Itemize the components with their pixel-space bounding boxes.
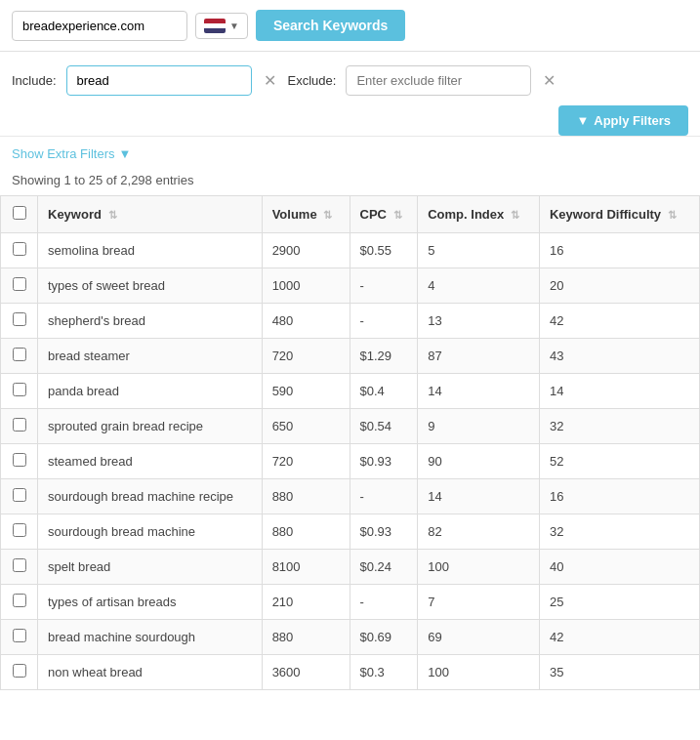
row-comp: 5 xyxy=(418,233,540,268)
row-checkbox-cell[interactable] xyxy=(1,268,38,304)
row-comp: 82 xyxy=(418,514,540,550)
row-keyword: non wheat bread xyxy=(38,655,263,690)
row-cpc: - xyxy=(350,479,418,514)
row-keyword: sourdough bread machine xyxy=(38,514,263,550)
exclude-clear-button[interactable]: ✕ xyxy=(541,71,557,90)
row-volume: 2900 xyxy=(262,233,350,268)
row-checkbox[interactable] xyxy=(13,383,26,396)
row-checkbox[interactable] xyxy=(13,277,26,291)
row-kd: 52 xyxy=(539,444,699,479)
row-checkbox[interactable] xyxy=(13,418,26,432)
row-checkbox[interactable] xyxy=(13,594,26,607)
row-cpc: $0.54 xyxy=(350,409,418,444)
row-keyword: bread machine sourdough xyxy=(38,620,263,655)
row-volume: 720 xyxy=(262,444,350,479)
row-checkbox[interactable] xyxy=(13,488,26,502)
show-extra-filters-link[interactable]: Show Extra Filters ▼ xyxy=(12,146,131,161)
row-cpc: $1.29 xyxy=(350,339,418,374)
row-checkbox[interactable] xyxy=(13,558,26,572)
row-volume: 1000 xyxy=(262,268,350,304)
row-checkbox[interactable] xyxy=(13,453,26,467)
kd-sort-icon: ⇅ xyxy=(668,209,677,221)
table-row: types of artisan breads 210 - 7 25 xyxy=(1,585,700,620)
row-checkbox[interactable] xyxy=(13,664,26,678)
domain-input[interactable] xyxy=(12,11,187,41)
row-checkbox-cell[interactable] xyxy=(1,409,38,444)
country-selector[interactable]: ▼ xyxy=(195,13,248,39)
top-bar: ▼ Search Keywords xyxy=(0,0,700,52)
chevron-down-icon: ▼ xyxy=(118,146,131,161)
row-kd: 40 xyxy=(539,550,699,585)
row-volume: 650 xyxy=(262,409,350,444)
cpc-column-header[interactable]: CPC ⇅ xyxy=(350,196,418,233)
volume-column-header[interactable]: Volume ⇅ xyxy=(262,196,350,233)
exclude-input[interactable] xyxy=(346,65,531,96)
table-row: shepherd's bread 480 - 13 42 xyxy=(1,304,700,339)
row-checkbox-cell[interactable] xyxy=(1,620,38,655)
select-all-checkbox[interactable] xyxy=(13,206,26,220)
row-checkbox-cell[interactable] xyxy=(1,655,38,690)
chevron-down-icon: ▼ xyxy=(229,21,239,31)
table-header-row: Keyword ⇅ Volume ⇅ CPC ⇅ Comp. Index ⇅ K… xyxy=(1,196,700,233)
table-body: semolina bread 2900 $0.55 5 16 types of … xyxy=(1,233,700,690)
row-cpc: - xyxy=(350,304,418,339)
row-cpc: - xyxy=(350,268,418,304)
row-kd: 32 xyxy=(539,514,699,550)
row-checkbox-cell[interactable] xyxy=(1,304,38,339)
row-checkbox-cell[interactable] xyxy=(1,479,38,514)
include-input[interactable] xyxy=(66,65,252,96)
row-keyword: steamed bread xyxy=(38,444,263,479)
flag-icon xyxy=(204,19,226,33)
row-checkbox-cell[interactable] xyxy=(1,444,38,479)
row-checkbox[interactable] xyxy=(13,629,26,642)
table-row: sourdough bread machine 880 $0.93 82 32 xyxy=(1,514,700,550)
row-checkbox[interactable] xyxy=(13,523,26,537)
row-checkbox[interactable] xyxy=(13,242,26,256)
row-checkbox-cell[interactable] xyxy=(1,339,38,374)
row-checkbox-cell[interactable] xyxy=(1,550,38,585)
row-cpc: $0.3 xyxy=(350,655,418,690)
row-checkbox-cell[interactable] xyxy=(1,585,38,620)
select-all-header[interactable] xyxy=(1,196,38,233)
row-volume: 880 xyxy=(262,620,350,655)
row-keyword: types of artisan breads xyxy=(38,585,263,620)
row-keyword: bread steamer xyxy=(38,339,263,374)
table-row: non wheat bread 3600 $0.3 100 35 xyxy=(1,655,700,690)
row-comp: 90 xyxy=(418,444,540,479)
row-comp: 4 xyxy=(418,268,540,304)
apply-filters-button[interactable]: ▼ Apply Filters xyxy=(558,105,688,136)
row-keyword: sprouted grain bread recipe xyxy=(38,409,263,444)
extra-filters-row: Show Extra Filters ▼ xyxy=(0,137,700,167)
table-row: sprouted grain bread recipe 650 $0.54 9 … xyxy=(1,409,700,444)
table-row: semolina bread 2900 $0.55 5 16 xyxy=(1,233,700,268)
keyword-column-header[interactable]: Keyword ⇅ xyxy=(38,196,263,233)
row-cpc: $0.93 xyxy=(350,514,418,550)
row-volume: 880 xyxy=(262,514,350,550)
row-volume: 8100 xyxy=(262,550,350,585)
row-checkbox[interactable] xyxy=(13,312,26,326)
table-row: panda bread 590 $0.4 14 14 xyxy=(1,374,700,409)
row-checkbox-cell[interactable] xyxy=(1,514,38,550)
include-clear-button[interactable]: ✕ xyxy=(262,71,278,90)
row-cpc: $0.24 xyxy=(350,550,418,585)
row-volume: 3600 xyxy=(262,655,350,690)
row-checkbox-cell[interactable] xyxy=(1,374,38,409)
row-cpc: - xyxy=(350,585,418,620)
row-cpc: $0.55 xyxy=(350,233,418,268)
row-checkbox-cell[interactable] xyxy=(1,233,38,268)
row-kd: 20 xyxy=(539,268,699,304)
row-kd: 16 xyxy=(539,479,699,514)
row-comp: 69 xyxy=(418,620,540,655)
row-kd: 42 xyxy=(539,304,699,339)
row-checkbox[interactable] xyxy=(13,348,26,361)
search-keywords-button[interactable]: Search Keywords xyxy=(256,10,406,41)
filter-icon: ▼ xyxy=(576,113,589,128)
row-cpc: $0.4 xyxy=(350,374,418,409)
row-comp: 14 xyxy=(418,374,540,409)
comp-column-header[interactable]: Comp. Index ⇅ xyxy=(418,196,540,233)
row-kd: 16 xyxy=(539,233,699,268)
row-comp: 100 xyxy=(418,655,540,690)
row-kd: 42 xyxy=(539,620,699,655)
kd-column-header[interactable]: Keyword Difficulty ⇅ xyxy=(539,196,699,233)
row-keyword: types of sweet bread xyxy=(38,268,263,304)
